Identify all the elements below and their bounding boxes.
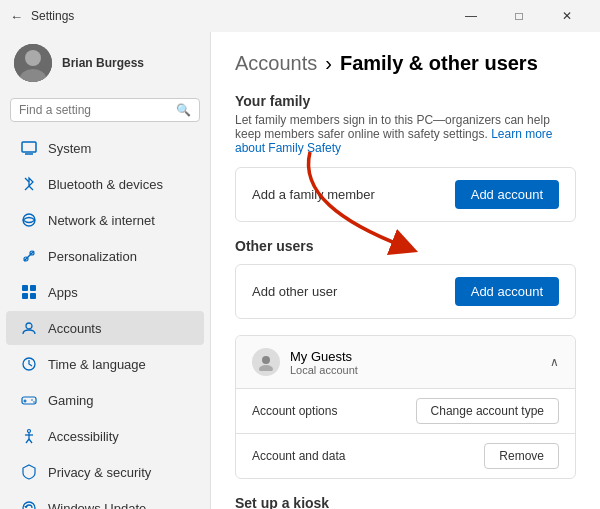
svg-rect-9: [30, 285, 36, 291]
sidebar-item-privacy[interactable]: Privacy & security: [6, 455, 204, 489]
user-entry-myguests: My Guests Local account ∧ Account option…: [235, 335, 576, 479]
sidebar-label-accessibility: Accessibility: [48, 429, 119, 444]
page-header: Accounts › Family & other users: [235, 52, 576, 75]
breadcrumb: Accounts: [235, 52, 317, 75]
change-account-type-button[interactable]: Change account type: [416, 398, 559, 424]
page-title: Family & other users: [340, 52, 538, 75]
svg-rect-3: [22, 142, 36, 152]
add-user-label: Add other user: [252, 284, 337, 299]
user-avatar-small: [252, 348, 280, 376]
svg-point-19: [28, 430, 31, 433]
time-icon: [20, 355, 38, 373]
user-details: My Guests Local account: [290, 349, 358, 376]
search-icon: 🔍: [176, 103, 191, 117]
family-section: Your family Let family members sign in t…: [235, 93, 576, 222]
user-name: Brian Burgess: [62, 56, 144, 70]
account-options-row: Account options Change account type: [236, 388, 575, 433]
svg-point-12: [26, 323, 32, 329]
family-title: Your family: [235, 93, 576, 109]
kiosk-section: Set up a kiosk Kiosk Turn this d: [235, 495, 576, 509]
app-title: Settings: [31, 9, 74, 23]
main-wrapper: Accounts › Family & other users Your fam…: [210, 32, 600, 509]
other-users-title: Other users: [235, 238, 576, 254]
update-icon: [20, 499, 38, 509]
close-button[interactable]: ✕: [544, 2, 590, 30]
sidebar-label-accounts: Accounts: [48, 321, 101, 336]
sidebar-item-accounts[interactable]: Accounts: [6, 311, 204, 345]
sidebar-item-time[interactable]: Time & language: [6, 347, 204, 381]
maximize-button[interactable]: □: [496, 2, 542, 30]
guest-name: My Guests: [290, 349, 358, 364]
network-icon: [20, 211, 38, 229]
svg-point-22: [262, 356, 270, 364]
family-card-row: Add a family member Add account: [236, 168, 575, 221]
guest-type: Local account: [290, 364, 358, 376]
sidebar-label-bluetooth: Bluetooth & devices: [48, 177, 163, 192]
sidebar-item-accessibility[interactable]: Accessibility: [6, 419, 204, 453]
breadcrumb-separator: ›: [325, 52, 332, 75]
svg-point-18: [33, 401, 35, 403]
account-data-label: Account and data: [252, 449, 345, 463]
svg-rect-11: [30, 293, 36, 299]
sidebar-item-gaming[interactable]: Gaming: [6, 383, 204, 417]
sidebar-item-apps[interactable]: Apps: [6, 275, 204, 309]
sidebar-label-personalization: Personalization: [48, 249, 137, 264]
sidebar-label-gaming: Gaming: [48, 393, 94, 408]
sidebar-label-time: Time & language: [48, 357, 146, 372]
remove-button[interactable]: Remove: [484, 443, 559, 469]
sidebar-item-network[interactable]: Network & internet: [6, 203, 204, 237]
sidebar-item-system[interactable]: System: [6, 131, 204, 165]
sidebar-label-update: Windows Update: [48, 501, 146, 510]
svg-point-17: [31, 399, 33, 401]
add-user-row: Add other user Add account: [236, 265, 575, 318]
accounts-icon: [20, 319, 38, 337]
title-bar: ← Settings — □ ✕: [0, 0, 600, 32]
accessibility-icon: [20, 427, 38, 445]
svg-point-5: [23, 214, 35, 226]
svg-rect-8: [22, 285, 28, 291]
privacy-icon: [20, 463, 38, 481]
add-family-button[interactable]: Add account: [455, 180, 559, 209]
apps-icon: [20, 283, 38, 301]
search-box[interactable]: 🔍: [10, 98, 200, 122]
family-row-label: Add a family member: [252, 187, 375, 202]
chevron-up-icon[interactable]: ∧: [550, 355, 559, 369]
avatar: [14, 44, 52, 82]
user-section: Brian Burgess: [0, 32, 210, 94]
user-header-myguests[interactable]: My Guests Local account ∧: [236, 336, 575, 388]
family-desc: Let family members sign in to this PC—or…: [235, 113, 576, 155]
system-icon: [20, 139, 38, 157]
sidebar-item-bluetooth[interactable]: Bluetooth & devices: [6, 167, 204, 201]
sidebar-label-system: System: [48, 141, 91, 156]
other-users-card: Add other user Add account: [235, 264, 576, 319]
back-icon[interactable]: ←: [10, 9, 23, 24]
title-bar-controls: — □ ✕: [448, 2, 590, 30]
svg-point-1: [25, 50, 41, 66]
app-body: Brian Burgess 🔍 System Bluetooth & devic…: [0, 32, 600, 509]
title-bar-left: ← Settings: [10, 9, 74, 24]
main-content: Accounts › Family & other users Your fam…: [210, 32, 600, 509]
personalization-icon: [20, 247, 38, 265]
bluetooth-icon: [20, 175, 38, 193]
other-users-section: Other users Add other user Add account: [235, 238, 576, 479]
svg-rect-10: [22, 293, 28, 299]
sidebar-label-network: Network & internet: [48, 213, 155, 228]
sidebar-item-update[interactable]: Windows Update: [6, 491, 204, 509]
user-info: My Guests Local account: [252, 348, 358, 376]
sidebar-item-personalization[interactable]: Personalization: [6, 239, 204, 273]
family-card: Add a family member Add account: [235, 167, 576, 222]
minimize-button[interactable]: —: [448, 2, 494, 30]
add-user-button[interactable]: Add account: [455, 277, 559, 306]
svg-point-23: [259, 365, 273, 371]
gaming-icon: [20, 391, 38, 409]
sidebar-label-apps: Apps: [48, 285, 78, 300]
sidebar-label-privacy: Privacy & security: [48, 465, 151, 480]
kiosk-title: Set up a kiosk: [235, 495, 576, 509]
sidebar: Brian Burgess 🔍 System Bluetooth & devic…: [0, 32, 210, 509]
svg-marker-21: [24, 506, 28, 508]
search-input[interactable]: [19, 103, 170, 117]
account-options-label: Account options: [252, 404, 337, 418]
account-data-row: Account and data Remove: [236, 433, 575, 478]
